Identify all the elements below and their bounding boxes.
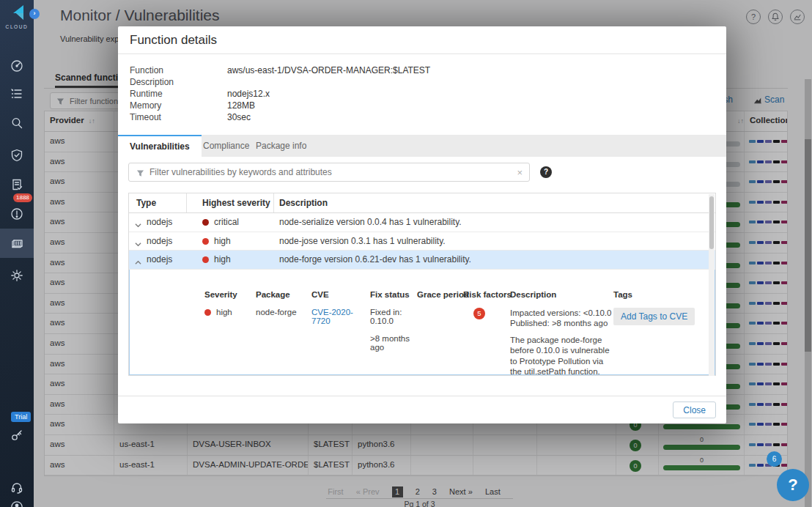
cve-detail-panel: Severity Package CVE Fix status Grace pe… <box>129 270 715 375</box>
cloud-logo-icon <box>7 4 26 21</box>
severity-dot-critical <box>202 219 209 226</box>
add-tags-to-cve-button[interactable]: Add Tags to CVE <box>613 308 695 325</box>
detail-col-description: Description <box>510 290 556 299</box>
vuln-description: node-serialize version 0.0.4 has 1 vulne… <box>279 217 462 227</box>
function-details-modal: Function details Function aws/us-east-1/… <box>118 26 726 423</box>
vuln-severity: high <box>214 236 231 246</box>
col-highest-severity: Highest severity <box>202 198 270 208</box>
vuln-description: node-forge version 0.6.21-dev has 1 vuln… <box>279 254 471 264</box>
gear-icon <box>10 269 23 282</box>
risk-factors-badge[interactable]: 5 <box>473 308 485 319</box>
alerts-count-badge: 1888 <box>13 193 32 202</box>
vuln-row[interactable]: nodejs critical node-serialize version 0… <box>129 213 715 232</box>
list-icon <box>10 87 23 100</box>
field-value-timeout: 30sec <box>227 112 251 122</box>
vulnerabilities-filter-input[interactable] <box>150 164 509 180</box>
vuln-type: nodejs <box>147 236 172 246</box>
modal-title-divider <box>118 53 726 54</box>
field-label-description: Description <box>130 77 174 87</box>
modal-footer-divider <box>118 396 726 396</box>
sidebar-item-dashboard[interactable] <box>0 51 34 81</box>
vuln-type: nodejs <box>147 254 172 264</box>
sidebar-item-profile[interactable] <box>0 492 34 507</box>
vuln-row[interactable]: nodejs high node-jose version 0.3.1 has … <box>129 232 715 251</box>
sidebar-item-settings[interactable] <box>0 261 34 290</box>
sidebar-item-compute[interactable] <box>0 229 34 258</box>
chevron-down-icon[interactable] <box>135 239 141 249</box>
vuln-row-expanded[interactable]: nodejs high node-forge version 0.6.21-de… <box>129 251 715 270</box>
close-button[interactable]: Close <box>673 401 716 418</box>
detail-col-severity: Severity <box>204 290 237 299</box>
sidebar-item-inventory[interactable] <box>0 79 34 108</box>
field-value-function: aws/us-east-1/DVSA-ORDER-MANAGER:$LATEST <box>227 65 430 75</box>
chevron-up-icon[interactable] <box>135 257 141 267</box>
vulnerabilities-table: Type Highest severity Description nodejs… <box>128 193 716 376</box>
vuln-severity: high <box>214 254 231 264</box>
detail-col-cve: CVE <box>311 290 329 299</box>
prisma-cloud-logo[interactable]: CLOUD <box>0 4 34 29</box>
filter-funnel-icon <box>136 169 144 177</box>
logo-label: CLOUD <box>0 24 34 29</box>
sidebar-item-search[interactable] <box>0 108 34 138</box>
vuln-table-header: Type Highest severity Description <box>129 193 715 213</box>
severity-dot-high <box>202 238 209 245</box>
modal-title: Function details <box>130 33 217 48</box>
sidebar-expand-button[interactable]: › <box>29 9 40 19</box>
field-label-function: Function <box>130 65 163 75</box>
alert-circle-icon <box>10 207 23 221</box>
tab-package-info[interactable]: Package info <box>244 135 318 157</box>
field-value-memory: 128MB <box>227 100 255 111</box>
detail-severity: high <box>216 308 232 317</box>
col-type: Type <box>136 198 156 208</box>
vuln-description: node-jose version 0.3.1 has 1 vulnerabil… <box>279 236 446 246</box>
sidebar-item-access-keys[interactable] <box>0 421 34 450</box>
user-avatar-icon <box>10 500 23 507</box>
field-label-timeout: Timeout <box>130 112 161 122</box>
clear-filter-icon[interactable]: × <box>517 167 523 178</box>
chevron-down-icon[interactable] <box>135 220 141 230</box>
detail-fix-status: Fixed in: 0.10.0 <box>370 308 402 325</box>
search-icon <box>10 116 23 130</box>
detail-col-grace-period: Grace period <box>417 290 469 299</box>
help-fab-badge: 6 <box>767 451 782 467</box>
field-label-runtime: Runtime <box>130 89 163 99</box>
severity-dot-high <box>202 256 209 263</box>
detail-description-body: The package node-forge before 0.10.0 is … <box>510 336 610 375</box>
field-label-memory: Memory <box>130 100 161 111</box>
sidebar-item-compliance[interactable] <box>0 141 34 170</box>
detail-col-fix-status: Fix status <box>370 290 410 299</box>
gauge-icon <box>10 59 23 73</box>
cve-link[interactable]: CVE-2020-7720 <box>311 308 360 325</box>
document-check-icon <box>10 178 23 191</box>
detail-fix-age: >8 months ago <box>370 334 410 352</box>
shield-check-icon <box>10 149 23 162</box>
sidebar-item-alerts[interactable]: 1888 <box>0 199 34 229</box>
trial-badge: Trial <box>11 412 31 422</box>
tab-vulnerabilities[interactable]: Vulnerabilities <box>118 135 202 157</box>
vuln-severity: critical <box>214 217 239 227</box>
sidebar: CLOUD 1888 <box>0 0 34 507</box>
filter-help-icon[interactable]: ? <box>540 166 552 178</box>
key-icon <box>10 429 23 442</box>
detail-package: node-forge <box>256 308 297 317</box>
modal-scrollbar-track[interactable] <box>709 194 715 376</box>
field-value-runtime: nodejs12.x <box>227 89 270 99</box>
vuln-type: nodejs <box>147 217 172 227</box>
severity-dot-high <box>204 309 211 316</box>
detail-description-meta: Impacted versions: <0.10.0 Published: >8… <box>510 308 614 329</box>
col-description: Description <box>279 198 328 208</box>
modal-scrollbar-thumb[interactable] <box>709 196 714 249</box>
vulnerabilities-filter: × <box>128 163 530 182</box>
detail-col-package: Package <box>256 290 290 299</box>
detail-col-tags: Tags <box>613 290 632 299</box>
container-icon <box>10 237 24 250</box>
help-fab-button[interactable]: ? <box>777 469 809 501</box>
detail-col-risk-factors: Risk factors <box>463 290 512 299</box>
modal-tabbar: Vulnerabilities Compliance Package info <box>118 135 726 157</box>
